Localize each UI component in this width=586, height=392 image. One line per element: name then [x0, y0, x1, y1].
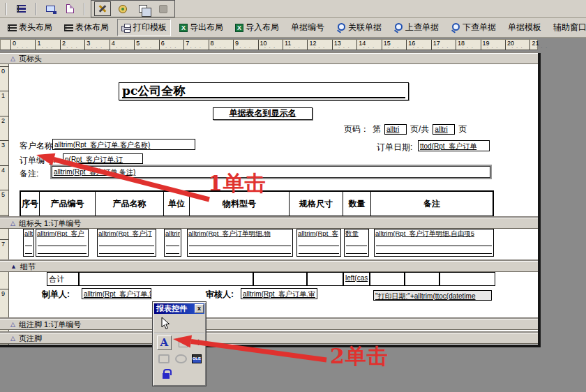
total-cell[interactable] [253, 272, 307, 286]
detail-field[interactable]: alltrim(Rpt_客户订单明细.自由项5 [374, 229, 494, 257]
close-icon[interactable]: x [195, 304, 204, 313]
detail-field-expr: alltrim(Rpt_客户订单明细.自由项5 [375, 229, 493, 239]
ruler-mark-h: 16 [406, 40, 430, 50]
toolbox-row: OLE [154, 352, 204, 365]
detail-field[interactable]: 数量 [344, 229, 369, 257]
ruler-mark-h: 13 [332, 40, 356, 50]
table-header-cell[interactable]: 物料型号 [190, 192, 290, 216]
order-no-field[interactable]: n(Rpt_客户订单.订 [63, 153, 143, 164]
toolbar-button-label: 单据编号 [291, 22, 324, 33]
toolbar-button-export-layout[interactable]: X导出布局 [176, 20, 227, 36]
ruler-mark-h: 21 [529, 40, 554, 50]
toolbar-button-header-layout[interactable]: 表头布局 [4, 20, 56, 36]
auditor-field[interactable]: alltrim(Rpt_客户订单.审 [241, 288, 317, 299]
detail-field-line [38, 239, 87, 246]
outline-button[interactable] [13, 1, 29, 16]
band-label: 页注脚 [19, 333, 42, 344]
new-doc-button[interactable] [61, 1, 78, 16]
remark-field[interactable]: alltrim(Rpt_客户订单.备注) [52, 166, 490, 178]
detail-field-expr: alltrim(Rpt_客户订单明细.物 [188, 229, 292, 239]
band-bar-group-footer[interactable]: △组注脚 1:订单编号 [0, 319, 538, 330]
band-label: 组注脚 1:订单编号 [19, 319, 81, 330]
total-cell[interactable] [307, 272, 343, 286]
field-tool[interactable] [179, 338, 188, 347]
toolbar-button-lookup-down[interactable]: 下查单据 [447, 20, 499, 36]
table-header-cell[interactable]: 数量 [343, 192, 371, 216]
toolbar-button-related-doc[interactable]: 关联单据 [333, 20, 385, 36]
ruler-mark-h: 1 [35, 40, 59, 50]
band-bar-page-header[interactable]: △页标头 [0, 53, 538, 64]
label-tool[interactable]: A [157, 336, 172, 350]
total-cell[interactable]: left(cas [343, 272, 370, 286]
total-cell[interactable]: 合计 [47, 272, 79, 286]
band-bar-detail[interactable]: ▲细节 [0, 261, 538, 272]
total-cell[interactable] [405, 272, 440, 286]
magnifier-icon [451, 23, 460, 33]
maker-field[interactable]: alltrim(Rpt_客户订单.制 [82, 288, 151, 299]
ruler-mark-h: 20 [505, 40, 529, 50]
top-toolbar [0, 0, 586, 18]
printer-icon [121, 26, 131, 31]
detail-field[interactable]: alltrim(Rpt_客户 [36, 229, 89, 257]
excel-icon: X [235, 24, 243, 32]
toolbar-button-doc-template[interactable]: 单据模板 [504, 20, 545, 36]
table-header-cell[interactable]: 产品编号 [40, 192, 96, 216]
customer-name-field[interactable]: alltrim(Rpt_客户订单.客户名称) [52, 139, 195, 150]
pageno-field-total[interactable]: alltri [433, 124, 455, 135]
toolbar-button-label: 单据模板 [508, 22, 541, 33]
band-toggle-icon: △ [10, 336, 15, 342]
computer-button[interactable] [42, 1, 59, 16]
detail-field[interactable]: allt [23, 229, 34, 257]
pageno-seg2: 页/共 [410, 123, 429, 135]
horizontal-ruler: 0123456789101112131415161718192021 [0, 39, 538, 50]
band-bar-page-footer[interactable]: △页注脚 [0, 333, 538, 344]
detail-field-expr: alltrim(Rpt_客户 [37, 229, 87, 239]
toolbar-button-label: 导入布局 [246, 22, 279, 33]
print-date-field[interactable]: "打印日期:"+alltrim(ttoc(datetime [373, 290, 492, 301]
detail-field-line [376, 239, 492, 246]
doc-name-field[interactable]: 单据表名到显示名 [213, 107, 313, 120]
tools-button[interactable] [94, 1, 111, 16]
vertical-ruler: 0123456789 [0, 53, 9, 345]
company-title-field[interactable]: pc公司全称 [119, 82, 409, 100]
rectangle-tool[interactable] [158, 354, 170, 363]
ellipse-tool[interactable] [175, 354, 186, 363]
detail-field[interactable]: alltrim [164, 229, 181, 257]
toolbar-button-body-layout[interactable]: 表体布局 [61, 20, 112, 36]
page-number-row: 页码： 第 alltri 页/共 alltri 页 [344, 123, 467, 135]
send-button[interactable] [155, 1, 172, 16]
toolbar-button-print-template[interactable]: 打印模板 [117, 19, 171, 36]
pointer-tool[interactable] [161, 317, 170, 330]
toolbar-button-aux-window[interactable]: 辅助窗口 [550, 20, 586, 36]
total-cell[interactable] [440, 272, 495, 286]
total-cell[interactable] [79, 272, 253, 286]
list-icon [8, 24, 17, 31]
toolbar-button-label: 表体布局 [75, 22, 109, 33]
table-header-cell[interactable]: 序号 [21, 192, 40, 216]
pageno-field-current[interactable]: alltri [384, 124, 407, 135]
toolbar-button-lookup-up[interactable]: 上查单据 [390, 20, 442, 36]
table-header-cell[interactable]: 备注 [371, 192, 493, 216]
order-date-field[interactable]: ttod(Rpt_客户订单 [418, 140, 490, 151]
palette-button[interactable] [114, 1, 131, 16]
detail-field[interactable]: alltrim(Rpt_客户订 [97, 229, 156, 257]
toolbar-button-doc-number[interactable]: 单据编号 [287, 20, 328, 36]
total-cell[interactable] [370, 272, 405, 286]
detail-field[interactable]: alltrim(Rpt_客户订单明细.物 [187, 229, 293, 257]
ole-tool[interactable]: OLE [192, 354, 202, 363]
band-toggle-icon: △ [10, 56, 15, 62]
detail-field-line [299, 239, 339, 246]
table-header-cell[interactable]: 规格尺寸 [290, 192, 343, 216]
toolbar-button-import-layout[interactable]: X导入布局 [232, 20, 283, 36]
line-tool[interactable]: + [195, 338, 202, 348]
report-controls-toolbox[interactable]: 报表控件 x A+OLE [152, 301, 206, 386]
company-title-text: pc公司全称 [122, 84, 405, 98]
windows-button[interactable] [135, 1, 151, 16]
band-toggle-icon: △ [10, 220, 15, 227]
table-header-cell[interactable]: 产品名称 [96, 192, 164, 216]
table-header-cell[interactable]: 单位 [164, 192, 190, 216]
band-bar-group-header[interactable]: △组标头 1:订单编号 [0, 218, 538, 229]
detail-field[interactable]: alltrim(Rpt_客 [296, 229, 341, 257]
lock-tool[interactable] [163, 373, 170, 379]
toolbox-titlebar[interactable]: 报表控件 x [154, 303, 204, 314]
